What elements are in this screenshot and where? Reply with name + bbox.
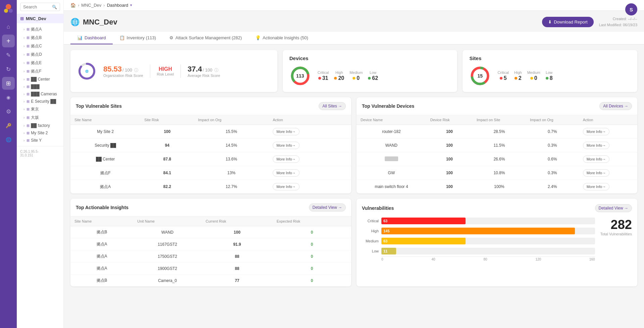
sidebar-item-拠点A[interactable]: ›⊞拠点A [17,25,63,34]
more-info-button[interactable]: More Info→ [273,128,299,135]
nav-icon-home[interactable]: ⌂ [2,20,15,33]
nav-icon-globe[interactable]: 🌐 [2,133,15,146]
sites-title: Sites [469,55,631,61]
more-info-button[interactable]: More Info→ [583,169,609,177]
more-info-button[interactable]: More Info→ [273,155,299,163]
sidebar-item-osaka[interactable]: ›⊞大坂 [17,113,63,122]
sidebar-item-拠点B[interactable]: ›⊞拠点B [17,34,63,42]
device-risk-cell: 100 [426,125,473,139]
org-score-value: 85.53 [103,65,122,74]
org-score-info-icon[interactable]: ⓘ [134,67,138,73]
nav-icon-settings[interactable]: ⚙ [2,105,15,118]
sidebar-item-cameras[interactable]: ›⊞███ Cameras [17,90,63,98]
devices-card: Devices 113 Critical [283,50,458,92]
site-risk-cell: 87.8 [140,152,194,166]
main-content: 🏠 › MNC_Dev › Dashboard ▾ S 🌐 MNC_Dev ⬇ … [64,0,644,328]
list-item: 拠点B Camera_0 77 0 [70,275,351,287]
vuln-bar-row: Low 11 [362,248,595,254]
sites-counts: Critical 5 High 2 [497,71,552,81]
action-cell2: More Info→ [579,180,637,194]
insights-section: Top Actionable Insights Detailed View → … [70,199,351,286]
list-item: 拠点A 1750GST2 88 0 [70,250,351,263]
breadcrumb-dropdown-icon[interactable]: ▾ [130,3,132,7]
more-info-button[interactable]: More Info→ [273,183,299,190]
insights-header: Top Actionable Insights Detailed View → [70,199,351,217]
action-cell: More Info→ [269,166,351,180]
table-row: 拠点F 84.1 13% More Info→ [70,166,351,180]
more-info-button[interactable]: More Info→ [583,128,609,135]
detailed-view-button[interactable]: Detailed View → [309,203,346,212]
sidebar-item-center[interactable]: ›⊞██ Center [17,76,63,83]
list-item: 拠点A 1167GST2 91.9 0 [70,238,351,250]
sites-low: 8 [550,75,553,81]
nav-icon-refresh[interactable]: ↻ [2,63,15,76]
ins-site-cell: 拠点A [70,250,133,263]
breadcrumb-org[interactable]: MNC_Dev [81,3,101,8]
nav-icon-add[interactable]: + [2,35,15,47]
sidebar-item-拠点E[interactable]: ›⊞拠点E [17,59,63,67]
top-sites-title: Top Vulnerable Sites [76,103,122,109]
vuln-total-section: 282 Total Vulnerabilities [600,218,632,236]
sidebar-item-blk[interactable]: ›⊞███ [17,83,63,90]
tab-insights[interactable]: 💡 Actionable Insights (50) [249,32,315,44]
nav-icon-grid[interactable]: ⊞ [2,77,15,90]
impact-org-cell: 13% [194,166,269,180]
sidebar-item-拠点C[interactable]: ›⊞拠点C [17,42,63,50]
top-sites-section: Top Vulnerable Sites All Sites → Site Na… [70,97,351,193]
avg-score-info-icon[interactable]: ⓘ [214,67,218,73]
bar-label-critical: Critical [362,219,379,223]
ins-current-cell: 77 [202,275,273,287]
breadcrumb-sep2: › [103,3,105,8]
sidebar-item-拠点F[interactable]: ›⊞拠点F [17,67,63,76]
sidebar-item-factory[interactable]: ›⊞██ factory [17,122,63,129]
org-score-max: / 100 [122,67,132,73]
all-devices-button[interactable]: All Devices → [599,102,632,110]
top-sites-header: Top Vulnerable Sites All Sites → [70,97,351,115]
risk-level-section: HIGH Risk Level [157,66,174,76]
devices-total: 113 [296,73,304,79]
more-info-button[interactable]: More Info→ [583,183,609,190]
sites-high: 2 [519,75,522,81]
sidebar-item-mysite2[interactable]: ›⊞My Site 2 [17,129,63,137]
more-info-button[interactable]: More Info→ [583,142,609,149]
sidebar-item-tokyo[interactable]: ›⊞東京 [17,105,63,113]
more-info-button[interactable]: More Info→ [273,169,299,177]
col-action: Action [269,115,351,125]
tab-inventory[interactable]: 📋 Inventory (113) [113,32,163,44]
search-box[interactable]: 🔍 [20,3,60,11]
sidebar-item-siteY[interactable]: ›⊞Site Y [17,137,63,144]
col-site-name: Site Name [70,115,140,125]
insights-title: Top Actionable Insights [76,205,128,210]
site-risk-cell: 84.1 [140,166,194,180]
list-item: 拠点B WAND 100 0 [70,226,351,238]
table-row: 100 26.6% 0.6% More Info→ [357,152,637,166]
action-cell: More Info→ [269,152,351,166]
sidebar-item-拠点D[interactable]: ›⊞拠点D [17,50,63,59]
sites-medium: 0 [534,75,537,81]
tab-inventory-icon: 📋 [119,35,125,40]
tab-dashboard[interactable]: 📊 Dashboard [70,32,113,44]
breadcrumb-home-icon[interactable]: 🏠 [70,3,76,8]
device-risk-cell: 100 [426,152,473,166]
bar-label-high: High [362,229,379,233]
sidebar-org[interactable]: ⊞ MNC_Dev [17,14,63,23]
bar-section: Critical 63 High 145 Medium 63 Low 11 [362,218,595,261]
download-report-button[interactable]: ⬇ Download Report [542,17,593,27]
site-name-cell: ██ Center [70,152,140,166]
sites-donut: 15 [469,65,491,87]
more-info-button[interactable]: More Info→ [273,142,299,149]
sidebar-item-security[interactable]: ›⊞E Security ██ [17,98,63,105]
vuln-detail-button[interactable]: Detailed View → [595,204,632,212]
all-sites-button[interactable]: All Sites → [319,102,346,110]
action-cell2: More Info→ [579,166,637,180]
nav-icon-eye[interactable]: ◉ [2,91,15,104]
nav-icon-key[interactable]: 🔑 [2,119,15,132]
more-info-button[interactable]: More Info→ [583,155,609,163]
vuln-header: Vulnerabilities Detailed View → [362,204,632,212]
tab-attack[interactable]: ⚙ Attack Surface Management (282) [163,32,249,44]
ins-expected-cell: 0 [273,250,351,263]
bar-inner-medium: 63 [381,238,466,244]
nav-icon-edit[interactable]: ✎ [2,49,15,61]
user-avatar[interactable]: S [625,3,637,15]
search-input[interactable] [23,4,51,9]
